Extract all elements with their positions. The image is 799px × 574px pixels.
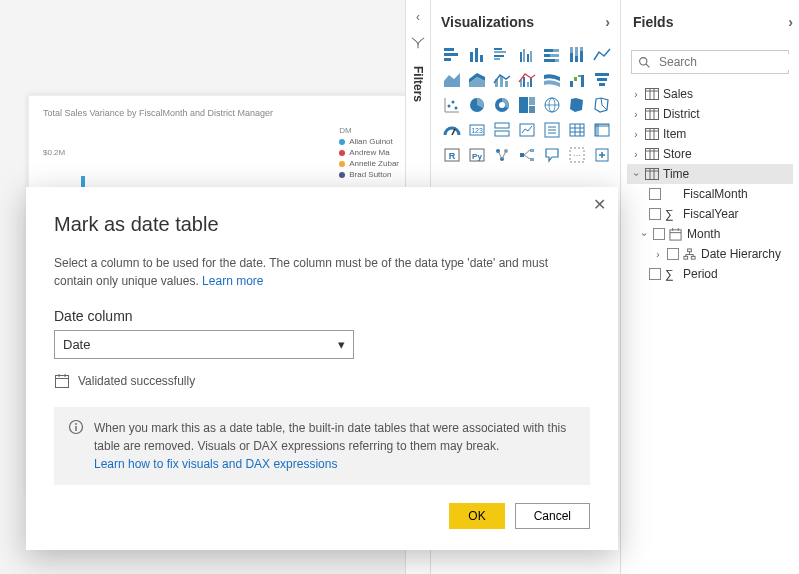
- svg-rect-33: [570, 81, 573, 87]
- area-chart-icon[interactable]: [441, 69, 463, 91]
- key-influencers-icon[interactable]: [491, 144, 513, 166]
- svg-text:Py: Py: [472, 152, 482, 161]
- legend-entry: Allan Guinot: [349, 137, 393, 146]
- chevron-right-icon: ›: [631, 129, 641, 140]
- table-icon: [645, 148, 659, 160]
- collapse-right-icon[interactable]: ›: [788, 14, 793, 30]
- svg-rect-50: [529, 106, 535, 113]
- learn-more-link[interactable]: Learn more: [202, 274, 263, 288]
- field-fiscalyear[interactable]: ∑ FiscalYear: [627, 204, 793, 224]
- donut-icon[interactable]: [491, 94, 513, 116]
- table-label: Sales: [663, 87, 693, 101]
- expand-left-icon[interactable]: ‹: [416, 10, 420, 24]
- chart-legend: DM Allan Guinot Andrew Ma Annelie Zubar …: [339, 126, 399, 181]
- field-date-hierarchy[interactable]: › Date Hierarchy: [627, 244, 793, 264]
- matrix-icon[interactable]: [591, 119, 613, 141]
- calendar-icon: [669, 228, 683, 241]
- clustered-bar-icon[interactable]: [491, 44, 513, 66]
- ok-button[interactable]: OK: [449, 503, 504, 529]
- info-icon: [68, 419, 84, 473]
- field-period[interactable]: ∑ Period: [627, 264, 793, 284]
- field-checkbox[interactable]: [653, 228, 665, 240]
- qa-visual-icon[interactable]: [541, 144, 563, 166]
- gauge-icon[interactable]: [441, 119, 463, 141]
- fields-search[interactable]: [631, 50, 789, 74]
- slicer-icon[interactable]: [541, 119, 563, 141]
- custom-visual-icon[interactable]: ⋯: [566, 144, 588, 166]
- line-clustered-column-icon[interactable]: [516, 69, 538, 91]
- svg-rect-118: [684, 256, 688, 259]
- chevron-right-icon: ›: [631, 109, 641, 120]
- svg-rect-7: [494, 51, 506, 53]
- ribbon-icon[interactable]: [541, 69, 563, 91]
- field-label: Date Hierarchy: [701, 247, 781, 261]
- svg-rect-37: [595, 73, 609, 76]
- svg-rect-49: [529, 97, 535, 105]
- card-icon[interactable]: 123: [466, 119, 488, 141]
- shape-map-icon[interactable]: [591, 94, 613, 116]
- stacked-area-icon[interactable]: [466, 69, 488, 91]
- svg-rect-35: [578, 75, 581, 77]
- stacked-bar-icon[interactable]: [441, 44, 463, 66]
- python-visual-icon[interactable]: Py: [466, 144, 488, 166]
- field-month-group[interactable]: › Month: [627, 224, 793, 244]
- svg-rect-58: [495, 131, 509, 136]
- scatter-icon[interactable]: [441, 94, 463, 116]
- treemap-icon[interactable]: [516, 94, 538, 116]
- table-sales[interactable]: › Sales: [627, 84, 793, 104]
- table-label: District: [663, 107, 700, 121]
- svg-rect-82: [530, 149, 534, 152]
- map-icon[interactable]: [541, 94, 563, 116]
- svg-point-129: [75, 423, 77, 425]
- kpi-icon[interactable]: [516, 119, 538, 141]
- pie-icon[interactable]: [466, 94, 488, 116]
- filled-map-icon[interactable]: [566, 94, 588, 116]
- table-icon: [645, 108, 659, 120]
- funnel-icon[interactable]: [591, 69, 613, 91]
- svg-rect-19: [555, 59, 559, 62]
- line-chart-icon[interactable]: [591, 44, 613, 66]
- field-label: Month: [687, 227, 720, 241]
- svg-point-91: [640, 57, 647, 64]
- svg-rect-4: [475, 48, 478, 62]
- table-store[interactable]: › Store: [627, 144, 793, 164]
- learn-fix-link[interactable]: Learn how to fix visuals and DAX express…: [94, 457, 337, 471]
- field-fiscalmonth[interactable]: FiscalMonth: [627, 184, 793, 204]
- multi-row-card-icon[interactable]: [491, 119, 513, 141]
- dialog-desc-text: Select a column to be used for the date.…: [54, 256, 548, 288]
- field-checkbox[interactable]: [667, 248, 679, 260]
- svg-rect-1: [444, 53, 458, 56]
- validation-status: Validated successfully: [54, 373, 590, 389]
- field-checkbox[interactable]: [649, 268, 661, 280]
- stacked-bar-100-icon[interactable]: [541, 44, 563, 66]
- decomposition-tree-icon[interactable]: [516, 144, 538, 166]
- stacked-column-100-icon[interactable]: [566, 44, 588, 66]
- line-column-icon[interactable]: [491, 69, 513, 91]
- svg-rect-30: [523, 77, 525, 87]
- cancel-button[interactable]: Cancel: [515, 503, 590, 529]
- table-item[interactable]: › Item: [627, 124, 793, 144]
- table-district[interactable]: › District: [627, 104, 793, 124]
- svg-rect-34: [574, 77, 577, 81]
- collapse-right-icon[interactable]: ›: [605, 14, 610, 30]
- waterfall-icon[interactable]: [566, 69, 588, 91]
- dialog-description: Select a column to be used for the date.…: [54, 254, 590, 290]
- stacked-column-icon[interactable]: [466, 44, 488, 66]
- visual-title: Total Sales Variance by FiscalMonth and …: [29, 96, 405, 118]
- svg-rect-23: [575, 47, 578, 56]
- table-time[interactable]: › Time: [627, 164, 793, 184]
- svg-rect-57: [495, 123, 509, 128]
- field-checkbox[interactable]: [649, 188, 661, 200]
- svg-rect-97: [646, 109, 659, 120]
- table-icon[interactable]: [566, 119, 588, 141]
- search-input[interactable]: [657, 54, 799, 70]
- date-column-select[interactable]: Date ▾: [54, 330, 354, 359]
- field-checkbox[interactable]: [649, 208, 661, 220]
- get-visuals-icon[interactable]: [591, 144, 613, 166]
- clustered-column-icon[interactable]: [516, 44, 538, 66]
- close-icon[interactable]: ✕: [593, 195, 606, 214]
- r-visual-icon[interactable]: R: [441, 144, 463, 166]
- svg-rect-25: [580, 47, 583, 51]
- svg-rect-38: [597, 78, 607, 81]
- svg-rect-39: [599, 83, 605, 86]
